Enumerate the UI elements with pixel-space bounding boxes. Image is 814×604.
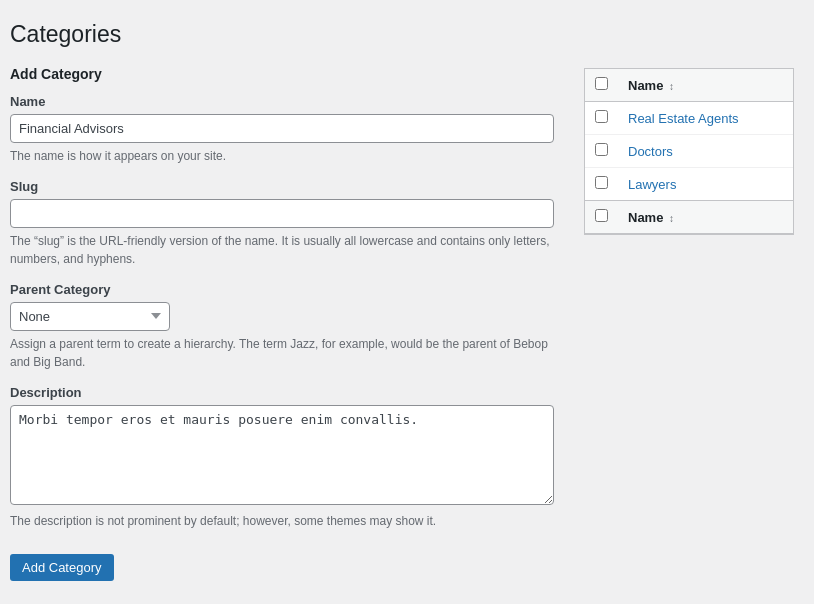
page-title: Categories xyxy=(10,20,554,50)
section-title: Add Category xyxy=(10,66,554,82)
footer-checkbox-col xyxy=(585,201,618,234)
slug-label: Slug xyxy=(10,179,554,194)
slug-hint: The “slug” is the URL-friendly version o… xyxy=(10,232,554,268)
footer-name-label: Name xyxy=(628,210,663,225)
row-name-cell: Lawyers xyxy=(618,168,793,201)
name-input[interactable] xyxy=(10,114,554,143)
select-all-checkbox[interactable] xyxy=(595,77,608,90)
parent-hint: Assign a parent term to create a hierarc… xyxy=(10,335,554,371)
row-checkbox[interactable] xyxy=(595,110,608,123)
categories-table-panel: Name ↕ Real Estate Agents xyxy=(584,68,794,235)
slug-field-group: Slug The “slug” is the URL-friendly vers… xyxy=(10,179,554,268)
parent-category-field-group: Parent Category None Assign a parent ter… xyxy=(10,282,554,371)
slug-input[interactable] xyxy=(10,199,554,228)
row-name-link[interactable]: Doctors xyxy=(628,144,673,159)
row-name-link[interactable]: Real Estate Agents xyxy=(628,111,739,126)
table-row: Lawyers xyxy=(585,168,793,201)
name-label: Name xyxy=(10,94,554,109)
parent-category-select[interactable]: None xyxy=(10,302,170,331)
row-name-cell: Doctors xyxy=(618,135,793,168)
table-row: Real Estate Agents xyxy=(585,102,793,135)
parent-category-label: Parent Category xyxy=(10,282,554,297)
categories-table: Name ↕ Real Estate Agents xyxy=(585,69,793,234)
footer-name-col[interactable]: Name ↕ xyxy=(618,201,793,234)
description-label: Description xyxy=(10,385,554,400)
table-row: Doctors xyxy=(585,135,793,168)
row-checkbox[interactable] xyxy=(595,176,608,189)
name-field-group: Name The name is how it appears on your … xyxy=(10,94,554,165)
row-checkbox-cell xyxy=(585,168,618,201)
footer-select-all-checkbox[interactable] xyxy=(595,209,608,222)
header-sort-icon: ↕ xyxy=(669,81,674,92)
left-panel: Categories Add Category Name The name is… xyxy=(10,20,584,581)
description-hint: The description is not prominent by defa… xyxy=(10,512,554,530)
description-field-group: Description Morbi tempor eros et mauris … xyxy=(10,385,554,530)
row-checkbox-cell xyxy=(585,135,618,168)
add-category-button[interactable]: Add Category xyxy=(10,554,114,581)
row-name-link[interactable]: Lawyers xyxy=(628,177,676,192)
header-name-label: Name xyxy=(628,78,663,93)
row-checkbox-cell xyxy=(585,102,618,135)
footer-sort-icon: ↕ xyxy=(669,213,674,224)
header-name-col[interactable]: Name ↕ xyxy=(618,69,793,102)
row-name-cell: Real Estate Agents xyxy=(618,102,793,135)
name-hint: The name is how it appears on your site. xyxy=(10,147,554,165)
description-textarea[interactable]: Morbi tempor eros et mauris posuere enim… xyxy=(10,405,554,505)
row-checkbox[interactable] xyxy=(595,143,608,156)
header-checkbox-col xyxy=(585,69,618,102)
